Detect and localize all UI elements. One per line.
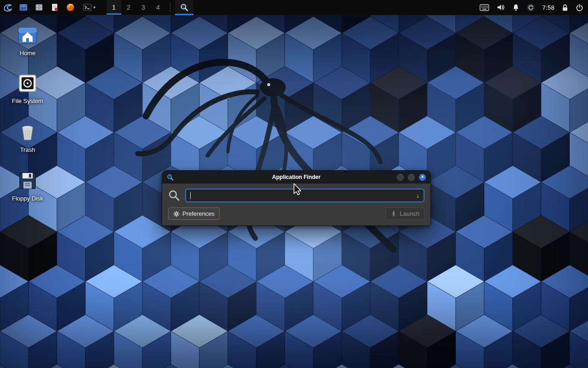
workspace-3-label: 3 [141, 4, 145, 11]
application-finder-window: Application Finder × ↓ [162, 170, 431, 226]
search-input[interactable] [192, 192, 413, 199]
chevron-down-icon[interactable]: ▾ [93, 6, 96, 10]
taskbar-application-finder[interactable] [175, 0, 193, 15]
panel-clock[interactable]: 7:58 [542, 4, 554, 11]
top-panel: ▾ 1 2 3 4 [0, 0, 588, 15]
files-app-icon[interactable] [16, 0, 31, 15]
home-icon [17, 24, 39, 46]
desktop-icon-trash[interactable]: Trash [6, 121, 50, 153]
volume-icon[interactable] [497, 4, 505, 11]
terminal-icon [83, 3, 92, 12]
file-manager-icon[interactable] [31, 0, 47, 15]
notifications-bell-icon[interactable] [512, 4, 520, 12]
minimize-button[interactable] [397, 174, 404, 181]
close-button[interactable]: × [419, 174, 426, 181]
close-icon: × [421, 175, 424, 179]
workspace-3[interactable]: 3 [136, 0, 151, 15]
application-finder-window-icon [167, 174, 174, 181]
preferences-button[interactable]: Preferences [168, 207, 220, 220]
window-title: Application Finder [162, 174, 430, 180]
window-icon [167, 174, 174, 181]
firefox-icon[interactable] [62, 0, 78, 15]
workspace-switcher: 1 2 3 4 [107, 0, 165, 15]
desktop-icon-label: Home [20, 50, 36, 57]
kali-menu-icon[interactable] [0, 0, 16, 15]
desktop-icon-label: Trash [20, 146, 35, 153]
trash-icon [17, 121, 39, 143]
panel-separator [170, 3, 170, 12]
application-finder-task-icon [180, 3, 188, 12]
text-caret [190, 192, 191, 199]
search-row: ↓ [168, 189, 424, 202]
lock-icon[interactable] [562, 4, 568, 12]
window-body: ↓ Preferences [162, 184, 430, 225]
sync-status-icon[interactable] [527, 4, 535, 12]
workspace-2[interactable]: 2 [121, 0, 136, 15]
system-tray: 7:58 [480, 0, 588, 15]
workspace-2-label: 2 [127, 4, 130, 11]
terminal-launcher[interactable]: ▾ [78, 0, 100, 15]
desktop-icon-home[interactable]: Home [6, 24, 50, 57]
preferences-label: Preferences [182, 210, 215, 217]
search-field: ↓ [185, 189, 424, 202]
panel-launchers: ▾ [0, 0, 100, 15]
window-titlebar[interactable]: Application Finder × [162, 171, 430, 184]
desktop-icon-file-system[interactable]: File System [6, 72, 50, 104]
workspace-1-label: 1 [112, 4, 116, 11]
keyboard-indicator-icon[interactable] [480, 4, 489, 11]
workspace-1[interactable]: 1 [107, 0, 121, 15]
floppy-disk-icon [17, 170, 39, 192]
rocket-icon [390, 210, 397, 217]
dropdown-arrow-icon[interactable]: ↓ [416, 192, 419, 199]
launch-label: Launch [400, 210, 419, 217]
window-controls: × [397, 174, 426, 181]
gear-icon [173, 211, 180, 217]
workspace-4-label: 4 [156, 4, 160, 11]
file-system-icon [17, 72, 39, 94]
desktop-icon-label: File System [12, 98, 43, 104]
search-icon [168, 190, 180, 201]
text-editor-icon[interactable] [47, 0, 62, 15]
maximize-button[interactable] [408, 174, 415, 181]
desktop-icon-floppy-disk[interactable]: Floppy Disk [6, 170, 50, 202]
workspace-4[interactable]: 4 [151, 0, 165, 15]
button-row: Preferences Launch [168, 207, 424, 220]
desktop-icon-label: Floppy Disk [12, 195, 43, 202]
launch-button[interactable]: Launch [385, 207, 424, 220]
power-icon[interactable] [576, 4, 583, 12]
